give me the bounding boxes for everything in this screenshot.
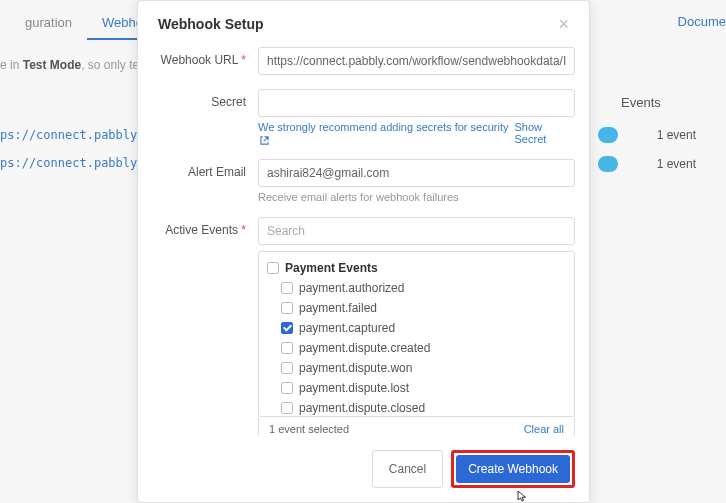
event-item[interactable]: payment.dispute.lost — [267, 378, 566, 398]
secret-label: Secret — [211, 95, 246, 109]
event-item[interactable]: payment.dispute.won — [267, 358, 566, 378]
checkbox-icon[interactable] — [281, 322, 293, 334]
event-item[interactable]: payment.dispute.closed — [267, 398, 566, 417]
webhook-row-url[interactable]: ps://connect.pabbly.co — [0, 128, 159, 142]
events-column-header: Events — [621, 95, 701, 110]
status-badge — [598, 156, 618, 172]
cancel-button[interactable]: Cancel — [372, 450, 443, 488]
webhook-setup-modal: Webhook Setup × Webhook URL * Secret We … — [137, 0, 590, 503]
checkbox-icon[interactable] — [281, 362, 293, 374]
row-event-count: 1 event — [657, 157, 696, 171]
checkbox-icon[interactable] — [281, 282, 293, 294]
status-badge — [598, 127, 618, 143]
event-item[interactable]: payment.authorized — [267, 278, 566, 298]
webhook-url-input[interactable] — [258, 47, 575, 75]
show-secret-link[interactable]: Show Secret — [515, 121, 575, 145]
events-search-input[interactable] — [258, 217, 575, 245]
event-item[interactable]: payment.dispute.created — [267, 338, 566, 358]
alert-email-input[interactable] — [258, 159, 575, 187]
checkbox-icon[interactable] — [281, 302, 293, 314]
checkbox-icon[interactable] — [281, 382, 293, 394]
event-group[interactable]: Payment Events — [267, 258, 566, 278]
external-link-icon — [260, 136, 269, 145]
events-listbox[interactable]: Payment Events payment.authorizedpayment… — [258, 251, 575, 417]
selected-count: 1 event selected — [269, 423, 349, 435]
close-icon[interactable]: × — [558, 15, 569, 33]
alert-email-hint: Receive email alerts for webhook failure… — [258, 191, 575, 203]
documentation-link[interactable]: Docume — [678, 14, 726, 29]
event-item-label: payment.dispute.lost — [299, 381, 409, 395]
event-item-label: payment.dispute.created — [299, 341, 430, 355]
event-item-label: payment.authorized — [299, 281, 404, 295]
create-button-highlight: Create Webhook — [451, 450, 575, 488]
create-webhook-button[interactable]: Create Webhook — [456, 455, 570, 483]
tab-configuration[interactable]: guration — [10, 7, 87, 40]
checkbox-icon[interactable] — [281, 342, 293, 354]
checkbox-icon[interactable] — [267, 262, 279, 274]
event-item[interactable]: payment.failed — [267, 298, 566, 318]
checkbox-icon[interactable] — [281, 402, 293, 414]
event-item-label: payment.failed — [299, 301, 377, 315]
event-item-label: payment.dispute.closed — [299, 401, 425, 415]
active-events-label: Active Events — [165, 223, 238, 237]
webhook-row-url[interactable]: ps://connect.pabbly.co — [0, 156, 159, 170]
secret-recommend-link[interactable]: We strongly recommend adding secrets for… — [258, 121, 515, 145]
webhook-url-label: Webhook URL — [161, 53, 238, 67]
clear-all-link[interactable]: Clear all — [524, 423, 564, 435]
modal-title: Webhook Setup — [158, 16, 264, 32]
secret-input[interactable] — [258, 89, 575, 117]
event-item-label: payment.dispute.won — [299, 361, 412, 375]
event-item[interactable]: payment.captured — [267, 318, 566, 338]
row-event-count: 1 event — [657, 128, 696, 142]
event-item-label: payment.captured — [299, 321, 395, 335]
alert-email-label: Alert Email — [188, 165, 246, 179]
